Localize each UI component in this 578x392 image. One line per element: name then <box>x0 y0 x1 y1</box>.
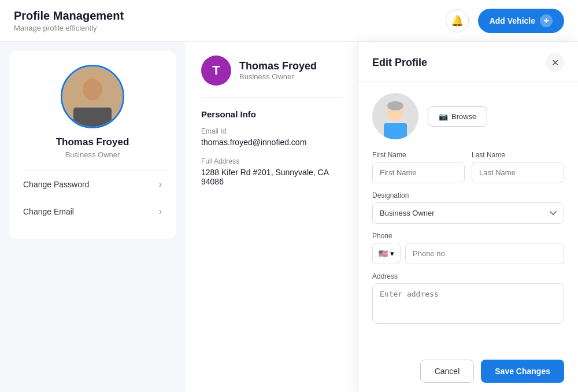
edit-avatar-preview <box>372 93 418 139</box>
cancel-button[interactable]: Cancel <box>420 360 475 383</box>
first-name-group: First Name <box>372 151 465 183</box>
change-email-menu-item[interactable]: Change Email › <box>18 198 166 225</box>
avatar-placeholder-icon <box>372 93 418 139</box>
address-input[interactable] <box>372 283 564 324</box>
page-title: Profile Management <box>14 9 124 23</box>
first-name-input[interactable] <box>372 162 465 183</box>
avatar-section: 📷 Browse <box>372 93 564 139</box>
user-initial: T <box>212 63 220 78</box>
svg-point-7 <box>387 101 403 110</box>
sidebar-profile-role: Business Owner <box>18 150 166 159</box>
plus-icon: + <box>540 14 553 27</box>
profile-card: Thomas Froyed Business Owner Change Pass… <box>9 51 176 239</box>
country-code-selector[interactable]: 🇺🇸 ▾ <box>372 243 401 264</box>
edit-panel-body: 📷 Browse First Name Last Name Designatio… <box>358 82 578 350</box>
profile-details: T Thomas Froyed Business Owner Personal … <box>185 42 358 392</box>
name-row: First Name Last Name <box>372 151 564 183</box>
last-name-input[interactable] <box>472 162 564 183</box>
phone-label: Phone <box>372 232 564 240</box>
close-icon: ✕ <box>551 57 559 68</box>
chevron-down-icon: ▾ <box>390 249 394 258</box>
edit-panel-header: Edit Profile ✕ <box>358 42 578 82</box>
change-password-menu-item[interactable]: Change Password › <box>18 171 166 198</box>
flag-us-icon: 🇺🇸 <box>379 249 388 258</box>
profile-avatar <box>61 65 124 128</box>
address-value: 1288 Kifer Rd #201, Sunnyvale, CA 94086 <box>201 168 342 186</box>
bell-icon: 🔔 <box>451 14 464 27</box>
edit-panel-footer: Cancel Save Changes <box>358 350 578 392</box>
avatar-image <box>62 66 123 127</box>
first-name-label: First Name <box>372 151 465 159</box>
designation-label: Designation <box>372 191 564 199</box>
sidebar-profile-name: Thomas Froyed <box>18 136 166 148</box>
chevron-right-icon: › <box>159 179 162 190</box>
page-subtitle: Manage profile efficiently <box>14 24 124 32</box>
svg-point-3 <box>83 79 102 101</box>
edit-profile-panel: Edit Profile ✕ <box>358 42 578 392</box>
change-password-label: Change Password <box>23 180 89 189</box>
designation-select[interactable]: Business Owner Manager Developer Designe… <box>372 202 564 224</box>
svg-rect-2 <box>73 108 112 127</box>
user-role: Business Owner <box>239 72 317 81</box>
header-left: Profile Management Manage profile effici… <box>14 9 124 32</box>
change-email-label: Change Email <box>23 207 74 216</box>
email-label: Email Id <box>201 127 342 135</box>
sidebar: Thomas Froyed Business Owner Change Pass… <box>0 42 185 392</box>
user-avatar-circle: T <box>201 56 231 86</box>
designation-group: Designation Business Owner Manager Devel… <box>372 191 564 224</box>
browse-button[interactable]: 📷 Browse <box>428 106 487 127</box>
chevron-right-icon-2: › <box>159 206 162 217</box>
header: Profile Management Manage profile effici… <box>0 0 578 42</box>
last-name-group: Last Name <box>472 151 564 183</box>
add-vehicle-button[interactable]: Add Vehicle + <box>478 9 564 33</box>
camera-icon: 📷 <box>439 112 448 121</box>
address-field-label: Address <box>372 272 564 280</box>
personal-info-title: Personal Info <box>201 109 342 119</box>
email-value: thomas.froyed@innofied.com <box>201 138 342 147</box>
main-content: Thomas Froyed Business Owner Change Pass… <box>0 42 578 392</box>
user-name: Thomas Froyed <box>239 60 317 72</box>
svg-rect-5 <box>384 123 407 139</box>
user-header: T Thomas Froyed Business Owner <box>201 56 342 98</box>
address-group: Address <box>372 272 564 324</box>
save-changes-button[interactable]: Save Changes <box>481 360 564 383</box>
header-right: 🔔 Add Vehicle + <box>446 9 564 33</box>
user-info: Thomas Froyed Business Owner <box>239 60 317 81</box>
close-panel-button[interactable]: ✕ <box>546 53 564 72</box>
address-label: Full Address <box>201 157 342 165</box>
edit-panel-title: Edit Profile <box>372 57 427 69</box>
browse-label: Browse <box>451 112 476 121</box>
phone-group: Phone 🇺🇸 ▾ <box>372 232 564 264</box>
phone-input[interactable] <box>405 243 564 264</box>
phone-row: 🇺🇸 ▾ <box>372 243 564 264</box>
notification-button[interactable]: 🔔 <box>446 9 469 32</box>
add-vehicle-label: Add Vehicle <box>490 16 535 25</box>
last-name-label: Last Name <box>472 151 564 159</box>
